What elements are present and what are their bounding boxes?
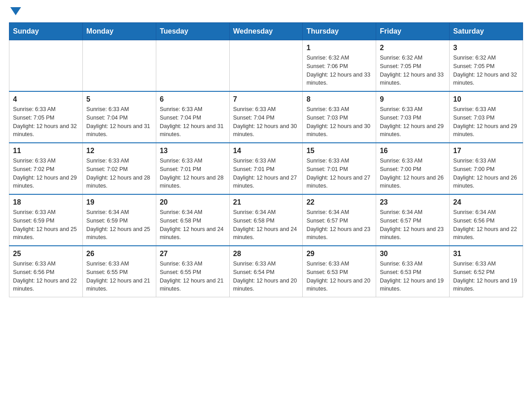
calendar-cell: 24Sunrise: 6:34 AMSunset: 6:56 PMDayligh…	[450, 194, 523, 246]
day-info: Sunrise: 6:33 AMSunset: 7:03 PMDaylight:…	[306, 105, 372, 139]
day-number: 21	[233, 198, 299, 206]
day-info: Sunrise: 6:33 AMSunset: 6:55 PMDaylight:…	[160, 260, 226, 293]
day-number: 6	[160, 95, 226, 103]
day-info: Sunrise: 6:33 AMSunset: 7:04 PMDaylight:…	[160, 105, 226, 139]
calendar-header-friday: Friday	[376, 23, 450, 40]
day-number: 19	[86, 198, 152, 206]
day-number: 23	[380, 198, 446, 206]
calendar-cell: 29Sunrise: 6:33 AMSunset: 6:53 PMDayligh…	[303, 246, 376, 297]
day-number: 22	[306, 198, 372, 206]
week-row-4: 18Sunrise: 6:33 AMSunset: 6:59 PMDayligh…	[9, 194, 523, 246]
day-info: Sunrise: 6:32 AMSunset: 7:05 PMDaylight:…	[453, 54, 519, 87]
day-info: Sunrise: 6:33 AMSunset: 7:01 PMDaylight:…	[160, 157, 226, 190]
week-row-2: 4Sunrise: 6:33 AMSunset: 7:05 PMDaylight…	[9, 91, 523, 143]
day-info: Sunrise: 6:33 AMSunset: 6:54 PMDaylight:…	[233, 260, 299, 293]
calendar-cell: 15Sunrise: 6:33 AMSunset: 7:01 PMDayligh…	[303, 143, 376, 194]
calendar-cell	[82, 40, 156, 92]
calendar-header-thursday: Thursday	[303, 23, 376, 40]
day-info: Sunrise: 6:33 AMSunset: 7:04 PMDaylight:…	[86, 105, 152, 139]
day-number: 9	[380, 95, 446, 103]
day-number: 14	[233, 147, 299, 155]
calendar-header-saturday: Saturday	[450, 23, 523, 40]
calendar-table: SundayMondayTuesdayWednesdayThursdayFrid…	[9, 22, 523, 297]
calendar-cell: 26Sunrise: 6:33 AMSunset: 6:55 PMDayligh…	[82, 246, 156, 297]
day-number: 26	[86, 250, 152, 258]
day-number: 31	[453, 250, 519, 258]
calendar-cell: 25Sunrise: 6:33 AMSunset: 6:56 PMDayligh…	[9, 246, 83, 297]
calendar-cell: 3Sunrise: 6:32 AMSunset: 7:05 PMDaylight…	[450, 40, 523, 92]
day-info: Sunrise: 6:33 AMSunset: 6:52 PMDaylight:…	[453, 260, 519, 293]
calendar-cell: 30Sunrise: 6:33 AMSunset: 6:53 PMDayligh…	[376, 246, 450, 297]
day-info: Sunrise: 6:33 AMSunset: 7:00 PMDaylight:…	[453, 157, 519, 190]
day-number: 25	[13, 250, 79, 258]
calendar-cell: 6Sunrise: 6:33 AMSunset: 7:04 PMDaylight…	[156, 91, 229, 143]
calendar-header-sunday: Sunday	[9, 23, 83, 40]
day-info: Sunrise: 6:33 AMSunset: 7:02 PMDaylight:…	[86, 157, 152, 190]
calendar-cell: 17Sunrise: 6:33 AMSunset: 7:00 PMDayligh…	[450, 143, 523, 194]
week-row-5: 25Sunrise: 6:33 AMSunset: 6:56 PMDayligh…	[9, 246, 523, 297]
day-number: 10	[453, 95, 519, 103]
calendar-cell: 23Sunrise: 6:34 AMSunset: 6:57 PMDayligh…	[376, 194, 450, 246]
day-number: 24	[453, 198, 519, 206]
week-row-1: 1Sunrise: 6:32 AMSunset: 7:06 PMDaylight…	[9, 40, 523, 92]
day-info: Sunrise: 6:34 AMSunset: 6:59 PMDaylight:…	[86, 208, 152, 242]
day-number: 29	[306, 250, 372, 258]
calendar-header-monday: Monday	[82, 23, 156, 40]
calendar-header-row: SundayMondayTuesdayWednesdayThursdayFrid…	[9, 23, 523, 40]
day-number: 28	[233, 250, 299, 258]
day-info: Sunrise: 6:34 AMSunset: 6:57 PMDaylight:…	[306, 208, 372, 242]
day-number: 2	[380, 44, 446, 52]
day-info: Sunrise: 6:33 AMSunset: 7:02 PMDaylight:…	[13, 157, 79, 190]
calendar-cell: 22Sunrise: 6:34 AMSunset: 6:57 PMDayligh…	[303, 194, 376, 246]
day-info: Sunrise: 6:33 AMSunset: 7:03 PMDaylight:…	[453, 105, 519, 139]
day-number: 4	[13, 95, 79, 103]
day-info: Sunrise: 6:33 AMSunset: 6:56 PMDaylight:…	[13, 260, 79, 293]
day-number: 12	[86, 147, 152, 155]
day-number: 5	[86, 95, 152, 103]
week-row-3: 11Sunrise: 6:33 AMSunset: 7:02 PMDayligh…	[9, 143, 523, 194]
day-info: Sunrise: 6:33 AMSunset: 6:53 PMDaylight:…	[306, 260, 372, 293]
day-info: Sunrise: 6:33 AMSunset: 6:59 PMDaylight:…	[13, 208, 79, 242]
day-info: Sunrise: 6:34 AMSunset: 6:58 PMDaylight:…	[233, 208, 299, 242]
calendar-cell: 4Sunrise: 6:33 AMSunset: 7:05 PMDaylight…	[9, 91, 83, 143]
calendar-cell: 31Sunrise: 6:33 AMSunset: 6:52 PMDayligh…	[450, 246, 523, 297]
day-number: 11	[13, 147, 79, 155]
calendar-cell: 13Sunrise: 6:33 AMSunset: 7:01 PMDayligh…	[156, 143, 229, 194]
calendar-cell: 19Sunrise: 6:34 AMSunset: 6:59 PMDayligh…	[82, 194, 156, 246]
day-number: 3	[453, 44, 519, 52]
calendar-cell: 8Sunrise: 6:33 AMSunset: 7:03 PMDaylight…	[303, 91, 376, 143]
calendar-cell: 16Sunrise: 6:33 AMSunset: 7:00 PMDayligh…	[376, 143, 450, 194]
calendar-cell: 11Sunrise: 6:33 AMSunset: 7:02 PMDayligh…	[9, 143, 83, 194]
calendar-cell: 28Sunrise: 6:33 AMSunset: 6:54 PMDayligh…	[229, 246, 303, 297]
day-number: 30	[380, 250, 446, 258]
day-info: Sunrise: 6:33 AMSunset: 7:03 PMDaylight:…	[380, 105, 446, 139]
day-number: 16	[380, 147, 446, 155]
day-number: 1	[306, 44, 372, 52]
page-header	[9, 9, 523, 13]
calendar-cell: 10Sunrise: 6:33 AMSunset: 7:03 PMDayligh…	[450, 91, 523, 143]
day-number: 13	[160, 147, 226, 155]
day-info: Sunrise: 6:32 AMSunset: 7:05 PMDaylight:…	[380, 54, 446, 87]
day-info: Sunrise: 6:32 AMSunset: 7:06 PMDaylight:…	[306, 54, 372, 87]
day-info: Sunrise: 6:33 AMSunset: 7:01 PMDaylight:…	[233, 157, 299, 190]
calendar-cell: 21Sunrise: 6:34 AMSunset: 6:58 PMDayligh…	[229, 194, 303, 246]
day-info: Sunrise: 6:33 AMSunset: 7:05 PMDaylight:…	[13, 105, 79, 139]
day-number: 18	[13, 198, 79, 206]
calendar-cell: 2Sunrise: 6:32 AMSunset: 7:05 PMDaylight…	[376, 40, 450, 92]
day-number: 27	[160, 250, 226, 258]
day-number: 15	[306, 147, 372, 155]
calendar-cell: 12Sunrise: 6:33 AMSunset: 7:02 PMDayligh…	[82, 143, 156, 194]
day-info: Sunrise: 6:34 AMSunset: 6:58 PMDaylight:…	[160, 208, 226, 242]
day-info: Sunrise: 6:34 AMSunset: 6:57 PMDaylight:…	[380, 208, 446, 242]
calendar-cell: 1Sunrise: 6:32 AMSunset: 7:06 PMDaylight…	[303, 40, 376, 92]
calendar-cell: 20Sunrise: 6:34 AMSunset: 6:58 PMDayligh…	[156, 194, 229, 246]
calendar-header-tuesday: Tuesday	[156, 23, 229, 40]
calendar-cell: 7Sunrise: 6:33 AMSunset: 7:04 PMDaylight…	[229, 91, 303, 143]
calendar-cell	[156, 40, 229, 92]
calendar-cell	[229, 40, 303, 92]
day-info: Sunrise: 6:34 AMSunset: 6:56 PMDaylight:…	[453, 208, 519, 242]
day-number: 7	[233, 95, 299, 103]
calendar-cell: 14Sunrise: 6:33 AMSunset: 7:01 PMDayligh…	[229, 143, 303, 194]
day-info: Sunrise: 6:33 AMSunset: 6:55 PMDaylight:…	[86, 260, 152, 293]
calendar-cell: 18Sunrise: 6:33 AMSunset: 6:59 PMDayligh…	[9, 194, 83, 246]
